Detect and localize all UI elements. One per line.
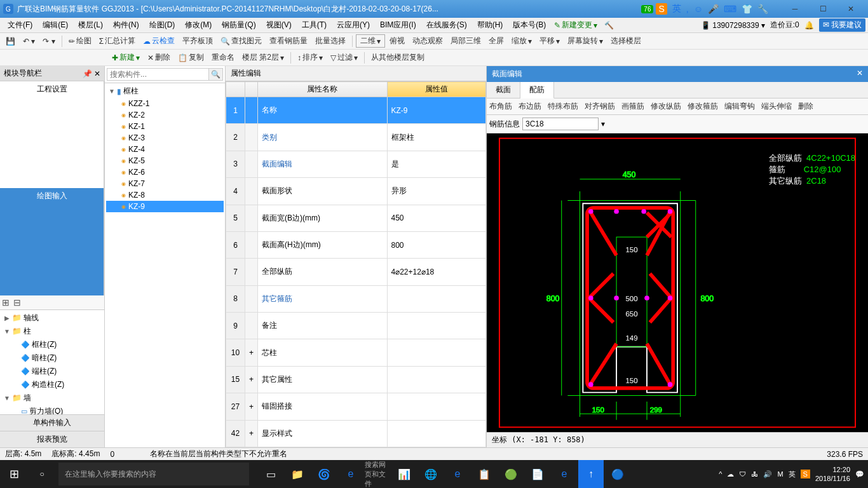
search-input[interactable] xyxy=(107,68,209,81)
comp-item[interactable]: ◉KZ-1 xyxy=(106,121,224,132)
menu-tools[interactable]: 工具(T) xyxy=(297,18,332,32)
shirt-icon[interactable]: 👕 xyxy=(742,4,752,14)
tray-up-icon[interactable]: ^ xyxy=(719,470,722,478)
hammer-icon[interactable]: 🔨 xyxy=(604,21,614,30)
menu-bim[interactable]: BIM应用(I) xyxy=(375,18,421,32)
orbit-button[interactable]: 动态观察 xyxy=(409,34,446,48)
top-view-button[interactable]: 俯视 xyxy=(386,34,408,48)
wrench-icon[interactable]: 🔧 xyxy=(757,4,768,14)
section-tool[interactable]: 修改箍筋 xyxy=(688,101,718,112)
tray-net-icon[interactable]: 🖧 xyxy=(751,470,758,478)
redo-icon[interactable]: ↷ ▾ xyxy=(39,36,58,47)
rebar-view-button[interactable]: 查看钢筋量 xyxy=(266,34,311,48)
menu-online[interactable]: 在线服务(S) xyxy=(421,18,472,32)
comp-item[interactable]: ◉KZ-7 xyxy=(106,178,224,189)
delete-component-button[interactable]: ✕ 删除 xyxy=(144,51,173,64)
ime-icon[interactable]: , xyxy=(686,4,689,14)
footer-report-preview[interactable]: 报表预览 xyxy=(0,431,104,447)
cortana-icon[interactable]: ○ xyxy=(28,470,56,478)
app-icon-10[interactable]: 🔵 xyxy=(605,460,630,488)
tree-node[interactable]: ▼📁柱 xyxy=(1,325,103,338)
rename-component-button[interactable]: 重命名 xyxy=(208,51,238,64)
prop-row[interactable]: 7全部纵筋4⌀22+12⌀18 xyxy=(226,259,486,285)
app-icon-1[interactable]: 📁 xyxy=(285,460,310,488)
copy-component-button[interactable]: 📋 复制 xyxy=(175,51,207,64)
component-tree[interactable]: ▼▮框柱◉KZZ-1◉KZ-2◉KZ-1◉KZ-3◉KZ-4◉KZ-5◉KZ-6… xyxy=(105,83,225,447)
app-icon-ie[interactable]: e xyxy=(338,460,363,488)
save-icon[interactable]: 💾 xyxy=(3,36,18,47)
comp-item[interactable]: ◉KZ-4 xyxy=(106,144,224,155)
menu-file[interactable]: 文件(F) xyxy=(3,18,37,32)
tab-project-settings[interactable]: 工程设置 xyxy=(0,81,104,188)
section-canvas[interactable]: 450 800 800 150 299 xyxy=(487,133,868,432)
floor-selector[interactable]: 楼层 第2层 ▾ xyxy=(239,51,287,64)
app-icon-2[interactable]: 🌀 xyxy=(311,460,337,488)
clock[interactable]: 12:202018/11/16 xyxy=(815,465,850,483)
flat-button[interactable]: 平齐板顶 xyxy=(179,34,216,48)
footer-single-input[interactable]: 单构件输入 xyxy=(0,414,104,431)
tray-shield-icon[interactable]: 🛡 xyxy=(739,470,746,478)
section-tool[interactable]: 布边筋 xyxy=(519,101,541,112)
prop-row[interactable]: 2类别框架柱 xyxy=(226,124,486,151)
copy-from-floor-button[interactable]: 从其他楼层复制 xyxy=(368,51,428,64)
section-tool[interactable]: 画箍筋 xyxy=(621,101,644,112)
comp-item[interactable]: ◉KZ-8 xyxy=(106,189,224,201)
section-tool[interactable]: 修改纵筋 xyxy=(651,101,681,112)
section-close-icon[interactable]: ✕ xyxy=(857,69,863,79)
prop-row[interactable]: 3截面编辑是 xyxy=(226,151,486,177)
app-icon-6[interactable]: 📋 xyxy=(471,460,497,488)
tray-ime-m[interactable]: M xyxy=(777,470,783,478)
tree-node[interactable]: 🔷构造柱(Z) xyxy=(10,378,103,391)
app-icon-8[interactable]: 📄 xyxy=(525,460,550,488)
app-icon-3[interactable]: 📊 xyxy=(391,460,417,488)
ime-s-icon[interactable]: S xyxy=(656,3,667,15)
section-tool[interactable]: 编辑弯钩 xyxy=(724,101,755,112)
section-tool[interactable]: 对齐钢筋 xyxy=(585,101,615,112)
section-tool[interactable]: 端头伸缩 xyxy=(761,101,792,112)
tree-node[interactable]: 🔷暗柱(Z) xyxy=(10,351,103,365)
smile-icon[interactable]: ☺ xyxy=(694,4,703,14)
section-tool[interactable]: 布角筋 xyxy=(489,101,512,112)
comp-item[interactable]: ◉KZ-3 xyxy=(106,132,224,144)
comp-item[interactable]: ◉KZ-9 xyxy=(106,201,224,212)
undo-icon[interactable]: ↶ ▾ xyxy=(20,36,38,47)
find-button[interactable]: 🔍 查找图元 xyxy=(217,34,265,48)
tree-node[interactable]: ▼📁墙 xyxy=(1,391,103,405)
local3d-button[interactable]: 局部三维 xyxy=(447,34,484,48)
prop-row[interactable]: 8其它箍筋 xyxy=(226,285,486,312)
view-mode-dropdown[interactable]: 二维 ▾ xyxy=(356,34,385,48)
menu-help[interactable]: 帮助(H) xyxy=(472,18,508,32)
tray-cloud-icon[interactable]: ☁ xyxy=(727,470,734,478)
prop-row[interactable]: 5截面宽(B边)(mm)450 xyxy=(226,205,486,231)
menu-modify[interactable]: 修改(M) xyxy=(180,18,217,32)
menu-view[interactable]: 视图(V) xyxy=(261,18,297,32)
menu-rebar[interactable]: 钢筋量(Q) xyxy=(217,18,261,32)
menu-edit[interactable]: 编辑(E) xyxy=(37,18,73,32)
comp-item[interactable]: ◉KZ-2 xyxy=(106,109,224,121)
comp-root[interactable]: ▼▮框柱 xyxy=(106,85,224,98)
menu-version[interactable]: 版本号(B) xyxy=(508,18,551,32)
mic-icon[interactable]: 🎤 xyxy=(708,4,719,14)
app-icon-9[interactable]: ↑ xyxy=(578,460,604,488)
tree-node[interactable]: ▭剪力墙(Q) xyxy=(10,405,103,414)
tray-ime-lang[interactable]: 英 xyxy=(789,470,796,479)
taskbar-search[interactable]: 在这里输入你要搜索的内容 xyxy=(58,463,249,485)
taskview-icon[interactable]: ▭ xyxy=(258,460,283,488)
pin-icon[interactable]: 📌 ✕ xyxy=(83,69,100,78)
tab-rebar-layout[interactable]: 配筋 xyxy=(520,82,554,98)
tab-draw-input[interactable]: 绘图输入 xyxy=(0,188,104,295)
notif-center-icon[interactable]: 💬 xyxy=(855,470,864,478)
phone-display[interactable]: 📱 13907298339 ▾ xyxy=(701,21,764,30)
menu-floor[interactable]: 楼层(L) xyxy=(73,18,108,32)
sort-button[interactable]: ↕ 排序 ▾ xyxy=(294,51,326,64)
prop-row[interactable]: 1名称KZ-9 xyxy=(226,97,486,124)
comp-item[interactable]: ◉KZ-5 xyxy=(106,155,224,166)
section-tool[interactable]: 删除 xyxy=(798,101,813,112)
collapse-all-icon[interactable]: ⊟ xyxy=(13,297,21,308)
suggest-button[interactable]: ✉ 我要建议 xyxy=(819,18,865,32)
filter-button[interactable]: ▽ 过滤 ▾ xyxy=(327,51,361,64)
tray-ime-s[interactable]: S xyxy=(801,470,810,478)
minimize-button[interactable]: ─ xyxy=(781,0,809,18)
cloud-check-button[interactable]: ☁ 云检查 xyxy=(140,34,178,48)
maximize-button[interactable]: ☐ xyxy=(809,0,837,18)
